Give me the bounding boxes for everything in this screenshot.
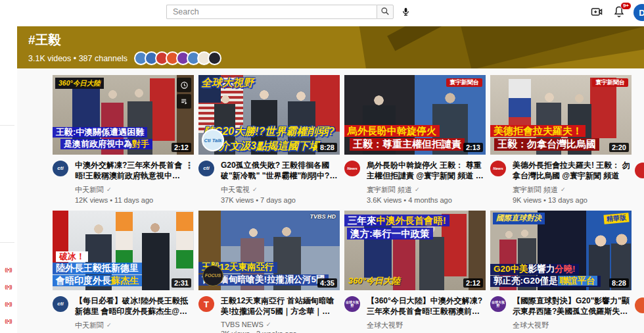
channel-name[interactable]: 全球大視野 — [367, 320, 403, 330]
account-avatar[interactable]: D — [633, 4, 644, 21]
thumb-badge: 全球大視野 — [201, 76, 254, 89]
sidebar-divider — [0, 242, 14, 243]
search-input[interactable] — [166, 5, 377, 19]
channel-name[interactable]: 中天新聞 — [75, 185, 104, 195]
video-card[interactable]: 破冰！陸外長王毅抵新德里會晤印度外長蘇杰生 2:31 cti 【每日必看】破冰!… — [53, 211, 194, 333]
thumb-caption: 會晤印度外長蘇杰生 — [53, 275, 142, 287]
thumb-badge: TVBS HD — [310, 213, 336, 220]
search-button[interactable] — [377, 5, 394, 19]
mic-button[interactable] — [397, 4, 414, 21]
notifications-button[interactable]: 9+ — [611, 5, 627, 20]
duration-badge: 2:12 — [463, 278, 483, 288]
channel-avatar[interactable]: cti — [53, 296, 68, 312]
live-icon[interactable]: ((•)) — [5, 329, 12, 333]
channel-name[interactable]: 寰宇新聞 頻道 — [513, 185, 558, 195]
duration-badge: 2:12 — [172, 143, 191, 152]
live-icon[interactable]: ((•)) — [5, 261, 12, 278]
channel-row[interactable]: 寰宇新聞 頻道 ✓ — [367, 185, 486, 195]
channel-avatar[interactable]: News — [490, 161, 506, 176]
channel-row[interactable]: 中天新聞 ✓ — [75, 185, 185, 195]
video-thumbnail[interactable]: 360°今日大陸 三年來中澳外長首會晤!澳方:奉行一中政策 2:12 — [344, 211, 486, 290]
video-title[interactable]: G20孤立俄失敗? 王毅徘徊各國破"新冷戰" "世界霸權"削弱中?!介文汲3點揭… — [221, 161, 340, 182]
duration-badge: 2:31 — [172, 278, 191, 288]
live-icon[interactable]: ((•)) — [5, 312, 12, 329]
video-title[interactable]: 【每日必看】破冰!陸外長王毅抵新德里 會晤印度外長蘇杰生@中天新聞... — [75, 296, 194, 317]
live-channel-strip: ((•))((•))((•))((•))((•)) — [0, 261, 17, 333]
video-meta: 3.6K views • 4 months ago — [367, 196, 486, 204]
channel-row[interactable]: 寰宇新聞 頻道 ✓ — [513, 185, 632, 195]
duration-badge: 8:28 — [317, 143, 337, 152]
video-menu-icon[interactable]: ⋮ — [185, 161, 194, 204]
video-meta: 3K views • 2 weeks ago — [221, 330, 340, 333]
mic-icon — [401, 7, 411, 18]
verified-icon: ✓ — [561, 186, 566, 193]
channel-avatar[interactable]: T — [198, 296, 214, 312]
channel-name[interactable]: 寰宇新聞 頻道 — [367, 185, 412, 195]
add-to-queue-icon[interactable] — [177, 94, 191, 109]
thumb-caption: 郭正亮:G20僅是聯誼平台 — [490, 276, 601, 287]
video-card[interactable]: 360°今日大陸 三年來中澳外長首會晤!澳方:奉行一中政策 2:12 全球大視野… — [344, 211, 486, 333]
channel-row[interactable]: TVBS NEWS ✓ — [221, 320, 340, 328]
video-title[interactable]: 中澳外交解凍?三年來外長首會晤!王毅稱澳前政府執意視中為「對手」澳方:奉行... — [75, 161, 185, 182]
channel-avatar[interactable]: 全球大視野 — [344, 296, 360, 312]
thumb-caption: 王毅:中澳關係遭遇困難 — [53, 127, 147, 138]
video-card[interactable]: TVBS HDFOCUS 王毅12天東南亞行首站緬甸暗嗆美!拉攏湄公河5國 4:… — [198, 211, 340, 333]
video-thumbnail[interactable]: 國際直球對決精華版 G20中美影響力分曉!郭正亮:G20僅是聯誼平台 8:28 — [490, 211, 632, 290]
thumb-caption: 王毅：勿拿台灣比烏國 — [494, 138, 599, 151]
verified-icon: ✓ — [106, 186, 112, 193]
channel-name[interactable]: TVBS NEWS — [221, 320, 264, 328]
search-bar — [166, 5, 394, 20]
thumb-badge: 國際直球對決 — [493, 213, 545, 224]
channel-avatar — [635, 297, 644, 313]
video-thumbnail[interactable]: 寰宇新聞台 烏外長盼中斡旋停火王毅：尊重主權但拒譴責 2:13 — [344, 75, 486, 155]
live-icon[interactable]: ((•)) — [5, 278, 12, 295]
channel-row[interactable]: 中天新聞 ✓ — [75, 320, 194, 330]
channel-avatar[interactable]: cti — [53, 161, 68, 176]
channel-avatar-strip — [134, 51, 221, 65]
video-thumbnail[interactable]: 360°今日大陸 王毅:中澳關係遭遇困難是澳前政府視中為對手 2:12 — [53, 75, 194, 155]
channel-name[interactable]: 全球大視野 — [513, 320, 549, 330]
video-title[interactable]: 烏外長盼中斡旋停火 王毅： 尊重主權但拒譴責 @寰宇新聞 頻道 #烏俄戰爭 — [367, 161, 486, 182]
duration-badge: 2:20 — [609, 143, 629, 152]
video-title[interactable]: 【360°今日大陸】中澳外交解凍?三年來外長首會晤!王毅稱澳前政府執意視中為..… — [367, 296, 486, 317]
video-thumbnail[interactable]: 破冰！陸外長王毅抵新德里會晤印度外長蘇杰生 2:31 — [53, 211, 194, 290]
thumb-badge: 寰宇新聞台 — [592, 78, 628, 87]
thumb-caption: 王毅：尊重主權但拒譴責 — [350, 138, 465, 151]
channel-row[interactable]: 全球大視野 — [367, 320, 486, 330]
video-title[interactable]: 王毅12天東南亞行 首站緬甸暗嗆美!拉攏湄公河5國｜方念華｜FOCUS全球新聞.… — [221, 296, 340, 317]
thumb-caption: 美德拒會拉夫羅夫！ — [490, 125, 586, 138]
live-icon[interactable]: ((•)) — [5, 295, 12, 312]
video-card[interactable]: 國際直球對決精華版 G20中美影響力分曉!郭正亮:G20僅是聯誼平台 8:28 … — [490, 211, 632, 333]
thumb-caption: 陸外長王毅抵新德里 — [53, 263, 142, 274]
create-video-button[interactable] — [589, 5, 605, 20]
video-card[interactable]: 寰宇新聞台 美德拒會拉夫羅夫！王毅：勿拿台灣比烏國 2:20 News 美德外長… — [490, 75, 632, 206]
video-card[interactable]: 寰宇新聞台 烏外長盼中斡旋停火王毅：尊重主權但拒譴責 2:13 News 烏外長… — [344, 75, 486, 206]
video-card[interactable]: 360°今日大陸 王毅:中澳關係遭遇困難是澳前政府視中為對手 2:12 cti … — [53, 75, 194, 206]
channel-name[interactable]: 中天新聞 — [75, 320, 104, 330]
video-title[interactable]: 美德外長拒會拉夫羅夫! 王毅： 勿拿台灣比烏國 @寰宇新聞 頻道 — [513, 161, 632, 182]
channel-name[interactable]: 中天電視 — [221, 185, 250, 195]
duration-badge: 8:28 — [609, 278, 629, 288]
verified-icon: ✓ — [266, 321, 271, 328]
channel-row[interactable]: 全球大視野 — [513, 320, 632, 330]
channel-avatar[interactable]: cti — [198, 161, 214, 176]
channel-avatar[interactable]: News — [344, 161, 360, 176]
verified-icon: ✓ — [106, 322, 112, 328]
create-video-icon — [590, 5, 603, 20]
video-card[interactable]: 全球大視野Cti Talk 陸G20大勝!?世界霸權削弱?介文汲3點揭這國下場 … — [198, 75, 340, 206]
thumb-badge: 360°今日大陸 — [55, 78, 104, 89]
video-thumbnail[interactable]: 寰宇新聞台 美德拒會拉夫羅夫！王毅：勿拿台灣比烏國 2:20 — [490, 75, 632, 155]
thumb-badge: FOCUS — [202, 265, 223, 286]
thumb-caption: 破冰！ — [56, 251, 88, 262]
channel-avatar — [635, 163, 644, 178]
channel-avatar[interactable] — [208, 51, 221, 65]
video-thumbnail[interactable]: 全球大視野Cti Talk 陸G20大勝!?世界霸權削弱?介文汲3點揭這國下場 … — [198, 75, 340, 155]
channel-avatar[interactable]: 全球大視野 — [490, 296, 506, 312]
video-title[interactable]: 【國際直球對決】G20"影響力"顯示東昇西隆?美國孤立俄羅斯失敗!G20上演"離… — [513, 296, 632, 317]
hashtag-title: #王毅 — [28, 32, 61, 49]
channel-row[interactable]: 中天電視 ✓ — [221, 185, 340, 195]
video-thumbnail[interactable]: TVBS HDFOCUS 王毅12天東南亞行首站緬甸暗嗆美!拉攏湄公河5國 4:… — [198, 211, 340, 290]
video-meta: 37K views • 7 days ago — [221, 196, 340, 204]
video-grid: 360°今日大陸 王毅:中澳關係遭遇困難是澳前政府視中為對手 2:12 cti … — [53, 75, 636, 333]
watch-later-icon[interactable] — [177, 78, 191, 92]
